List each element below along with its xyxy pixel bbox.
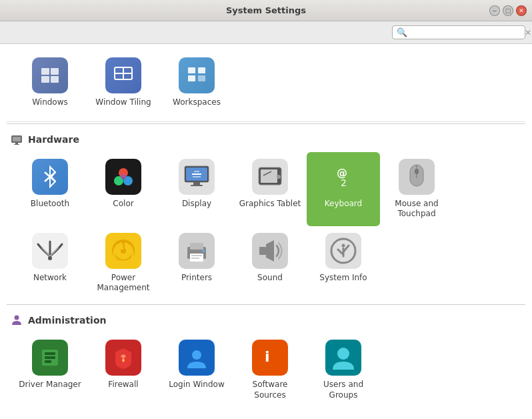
svg-rect-52 [45,356,55,359]
item-network-label: Network [33,273,67,284]
svg-point-55 [192,350,201,360]
item-network[interactable]: Network [13,226,87,300]
svg-rect-3 [51,76,59,83]
item-color-icon [105,159,141,195]
item-graphics-tablet-label: Graphics Tablet [239,199,301,210]
item-workspaces[interactable]: Workspaces [160,51,233,115]
item-windows[interactable]: Windows [13,51,87,115]
item-window-tiling-label: Window Tiling [95,97,151,108]
item-bluetooth-icon [32,159,68,195]
item-users-groups[interactable]: Users and Groups [307,333,380,407]
svg-rect-7 [188,67,195,73]
search-box: 🔍 ✕ [392,25,525,39]
item-firewall[interactable]: Firewall [87,333,160,407]
svg-rect-9 [188,75,195,81]
hardware-section-title: Hardware [28,134,79,145]
item-firewall-icon [105,340,141,376]
divider-admin [7,304,525,305]
item-software-sources-icon: i [252,340,288,376]
title-bar: System Settings − □ ✕ [0,0,532,21]
item-window-tiling-icon [105,57,141,93]
item-bluetooth[interactable]: Bluetooth [13,152,87,226]
item-sysinfo[interactable]: System Info [307,226,380,300]
item-sysinfo-label: System Info [319,273,367,284]
item-window-tiling[interactable]: Window Tiling [87,51,160,115]
admin-items-grid: Driver Manager Firewall [7,330,525,410]
item-driver-manager-icon [32,340,68,376]
svg-rect-27 [261,169,277,183]
item-mouse-icon [399,159,435,195]
svg-rect-10 [198,75,205,81]
item-firewall-label: Firewall [108,380,138,390]
svg-rect-42 [191,258,199,259]
item-software-sources[interactable]: i Software Sources [233,333,307,407]
item-sound-label: Sound [257,273,283,284]
item-keyboard[interactable]: @ 2 Keyboard [307,152,380,226]
item-printers-label: Printers [181,273,212,284]
svg-rect-21 [193,182,200,185]
svg-rect-2 [41,76,49,83]
svg-rect-53 [45,360,51,363]
svg-rect-39 [190,243,203,250]
item-sysinfo-icon [325,233,361,269]
item-login-window-icon [179,340,215,376]
svg-rect-14 [14,144,19,145]
svg-rect-8 [198,67,205,73]
main-content: Windows Window Tiling [0,44,532,419]
item-printers[interactable]: Printers [160,226,233,300]
svg-point-43 [202,250,205,252]
item-printers-icon [179,233,215,269]
item-mouse[interactable]: Mouse and Touchpad [380,152,453,226]
item-network-icon [32,233,68,269]
item-power-label: Power Management [91,273,156,294]
admin-section-header: Administration [7,308,525,330]
item-color[interactable]: Color [87,152,160,226]
item-display-label: Display [182,199,211,210]
svg-text:i: i [265,348,270,365]
admin-section-title: Administration [28,315,106,326]
item-power-icon [105,233,141,269]
svg-rect-13 [15,143,18,144]
item-login-window-label: Login Window [169,380,225,390]
svg-rect-1 [51,68,59,75]
search-input[interactable] [410,27,522,37]
item-driver-manager[interactable]: Driver Manager [13,333,87,407]
svg-point-48 [15,315,19,320]
hardware-section-icon [11,133,23,145]
svg-point-35 [48,256,52,260]
svg-point-18 [121,174,126,179]
svg-point-56 [257,344,283,371]
item-display-icon [179,159,215,195]
admin-section-icon [11,314,23,326]
item-graphics-tablet[interactable]: Graphics Tablet [233,152,307,226]
search-bar-row: 🔍 ✕ [0,21,532,44]
item-workspaces-label: Workspaces [173,97,221,108]
item-workspaces-icon [179,57,215,93]
item-mouse-label: Mouse and Touchpad [384,199,449,220]
divider-hardware [7,123,525,124]
svg-rect-34 [415,169,419,174]
svg-point-28 [277,175,281,179]
top-strip: Windows Window Tiling [7,44,525,122]
window-controls: − □ ✕ [489,5,527,16]
svg-rect-41 [191,255,202,256]
item-users-groups-label: Users and Groups [311,380,376,400]
maximize-button[interactable]: □ [503,5,513,16]
item-color-label: Color [113,199,133,210]
search-clear-button[interactable]: ✕ [525,28,531,37]
close-button[interactable]: ✕ [516,5,527,16]
item-power[interactable]: Power Management [87,226,160,300]
item-windows-label: Windows [32,97,68,108]
svg-point-58 [337,348,349,360]
window-title: System Settings [226,5,306,15]
item-keyboard-label: Keyboard [325,199,362,210]
minimize-button[interactable]: − [489,5,500,16]
item-sound[interactable]: Sound [233,226,307,300]
item-users-groups-icon [325,340,361,376]
item-display[interactable]: Display [160,152,233,226]
svg-rect-12 [13,137,21,141]
item-graphics-tablet-icon [252,159,288,195]
svg-text:2: 2 [341,177,347,188]
search-icon: 🔍 [397,27,407,37]
item-login-window[interactable]: Login Window [160,333,233,407]
